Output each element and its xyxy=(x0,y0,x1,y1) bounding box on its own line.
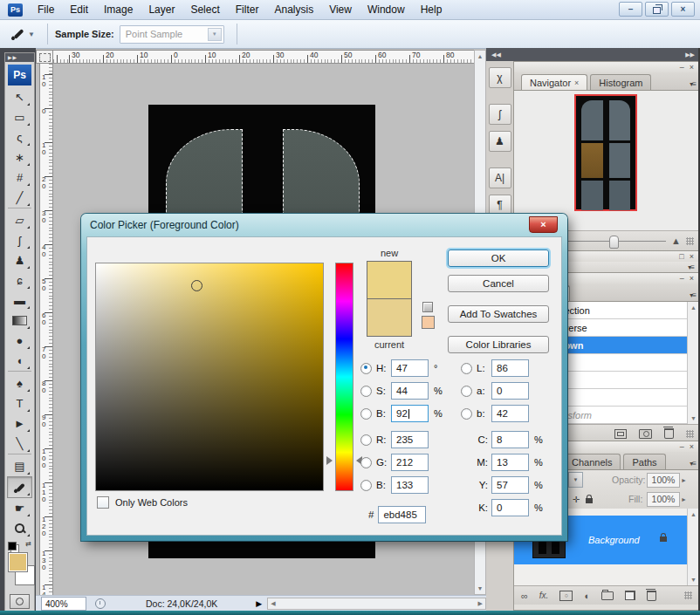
scroll-left-icon[interactable]: ◀ xyxy=(271,600,275,607)
field-input[interactable]: 57 xyxy=(491,476,529,494)
menu-item[interactable]: File xyxy=(30,1,62,18)
scroll-down-icon[interactable]: ▼ xyxy=(477,583,484,594)
menu-item[interactable]: Filter xyxy=(228,1,267,18)
actions-scrollbar[interactable]: ▲ ▼ xyxy=(687,302,699,424)
character-panel-icon[interactable]: A| xyxy=(489,167,511,188)
ok-button[interactable]: OK xyxy=(448,249,549,267)
notes-tool[interactable]: ▤ xyxy=(8,456,31,476)
layer-style-icon[interactable]: fx. xyxy=(539,591,549,600)
quick-mask-button[interactable] xyxy=(10,594,30,609)
radio-button[interactable] xyxy=(360,386,372,397)
healing-brush-tool[interactable]: ▱ xyxy=(8,210,31,230)
field-input[interactable]: 212 xyxy=(391,454,429,471)
field-input[interactable]: 44 xyxy=(391,382,429,400)
web-safe-color-swatch[interactable] xyxy=(422,316,435,329)
default-colors-icon[interactable] xyxy=(8,542,17,550)
radio-button[interactable] xyxy=(360,408,372,420)
line-tool[interactable]: ╲ xyxy=(8,434,31,454)
menu-item[interactable]: Layer xyxy=(141,1,182,18)
radio-button[interactable] xyxy=(461,386,472,397)
slider-thumb[interactable] xyxy=(609,236,619,249)
scroll-down-icon[interactable]: ▼ xyxy=(690,574,697,585)
move-tool[interactable]: ↖ xyxy=(8,87,31,107)
scroll-down-icon[interactable]: ▼ xyxy=(690,413,697,424)
menu-item[interactable]: Select xyxy=(182,1,227,18)
minimize-icon[interactable]: – xyxy=(619,2,642,17)
record-snapshot-icon[interactable] xyxy=(639,429,652,439)
panel-minimize-icon[interactable]: – xyxy=(680,442,684,451)
zoom-in-icon[interactable]: ▲ xyxy=(671,236,681,246)
brushes-panel-icon[interactable]: ʃ xyxy=(489,104,511,125)
swap-colors-icon[interactable]: ⇄ xyxy=(25,540,31,548)
add-to-swatches-button[interactable]: Add To Swatches xyxy=(448,305,549,323)
menu-item[interactable]: Image xyxy=(96,1,141,18)
field-input[interactable]: 47 xyxy=(391,359,429,377)
path-selection-tool[interactable]: ► xyxy=(8,413,31,434)
field-input[interactable]: 13 xyxy=(491,454,529,471)
scroll-right-icon[interactable]: ▶ xyxy=(478,600,483,607)
panel-close-icon[interactable]: × xyxy=(690,63,694,72)
radio-button[interactable] xyxy=(360,480,372,491)
tab-navigator[interactable]: Navigator × xyxy=(521,74,587,90)
layer-name[interactable]: Background xyxy=(588,535,640,545)
clone-source-panel-icon[interactable]: ♟ xyxy=(489,131,511,152)
menu-item[interactable]: Help xyxy=(413,1,450,18)
foreground-color-swatch[interactable] xyxy=(8,552,28,572)
ruler-origin[interactable] xyxy=(36,50,53,64)
scroll-up-icon[interactable]: ▲ xyxy=(690,509,697,520)
document-size-info[interactable]: Doc: 24,0K/24,0K xyxy=(146,598,217,609)
status-flyout-icon[interactable]: ▶ xyxy=(256,599,262,608)
dropdown-caret-icon[interactable]: ▼ xyxy=(208,28,222,41)
radio-button[interactable] xyxy=(360,363,372,374)
lock-all-icon[interactable] xyxy=(586,498,593,503)
only-web-colors-checkbox[interactable] xyxy=(97,496,109,509)
type-tool[interactable]: T xyxy=(8,393,31,413)
fill-spinner-icon[interactable]: ► xyxy=(681,496,687,502)
field-input[interactable]: 0 xyxy=(491,382,529,400)
fill-value[interactable]: 100% xyxy=(647,492,680,507)
panel-menu-icon[interactable]: ▾≡ xyxy=(690,460,696,468)
dialog-close-icon[interactable]: × xyxy=(529,216,558,233)
current-color-swatch[interactable] xyxy=(367,298,412,337)
eyedropper-tool[interactable] xyxy=(7,476,32,498)
ruler-horizontal[interactable]: 3020100102030405060708090 xyxy=(53,50,474,64)
layer-mask-icon[interactable]: ○ xyxy=(559,591,573,601)
scroll-up-icon[interactable]: ▲ xyxy=(690,302,697,313)
close-icon[interactable]: × xyxy=(671,2,695,17)
brush-tool[interactable]: ʃ xyxy=(8,230,31,250)
field-input[interactable]: 8 xyxy=(491,431,529,448)
lock-move-icon[interactable]: ✛ xyxy=(573,495,580,504)
hue-slider[interactable] xyxy=(335,263,353,491)
radio-button[interactable] xyxy=(461,408,472,420)
resize-grip[interactable] xyxy=(686,237,694,245)
paragraph-panel-icon[interactable]: ¶ xyxy=(489,195,511,215)
panel-menu-icon[interactable]: ▾≡ xyxy=(688,263,694,271)
panel-close-icon[interactable]: × xyxy=(690,252,694,261)
tab-paths[interactable]: Paths xyxy=(623,454,665,469)
pen-tool[interactable]: ♠ xyxy=(8,373,31,393)
web-color-warning-cube-icon[interactable] xyxy=(422,302,433,312)
panel-menu-icon[interactable]: ▾≡ xyxy=(690,80,696,88)
tool-preset-caret-icon[interactable]: ▼ xyxy=(28,31,35,38)
saturation-brightness-field[interactable] xyxy=(95,263,324,491)
dodge-tool[interactable]: ◖ xyxy=(8,351,31,372)
rectangular-marquee-tool[interactable]: ▭ xyxy=(8,107,31,127)
opacity-value[interactable]: 100% xyxy=(647,473,680,488)
new-group-icon[interactable] xyxy=(601,591,614,600)
history-brush-tool[interactable]: ɕ xyxy=(8,270,31,290)
eraser-tool[interactable]: ▬ xyxy=(8,290,31,311)
panel-menu-icon[interactable]: ▾≡ xyxy=(690,291,696,299)
collapse-panels-icon[interactable]: ◀◀ xyxy=(491,51,501,58)
hue-slider-arrow-left[interactable] xyxy=(326,456,333,465)
quick-selection-tool[interactable]: ∗ xyxy=(8,147,31,167)
menu-item[interactable]: Edit xyxy=(62,1,96,18)
clone-stamp-tool[interactable]: ♟ xyxy=(8,250,31,270)
panel-close-icon[interactable]: × xyxy=(690,274,694,283)
horizontal-scrollbar[interactable]: ◀ ▶ xyxy=(267,598,486,610)
panel-close-icon[interactable]: × xyxy=(690,442,694,451)
cancel-button[interactable]: Cancel xyxy=(448,275,549,292)
dropdown-caret-icon[interactable]: ▼ xyxy=(568,472,583,488)
scroll-up-icon[interactable]: ▲ xyxy=(477,51,484,62)
zoom-level-field[interactable]: 400% xyxy=(41,597,86,611)
expand-panels-icon[interactable]: ▶▶ xyxy=(685,51,695,58)
